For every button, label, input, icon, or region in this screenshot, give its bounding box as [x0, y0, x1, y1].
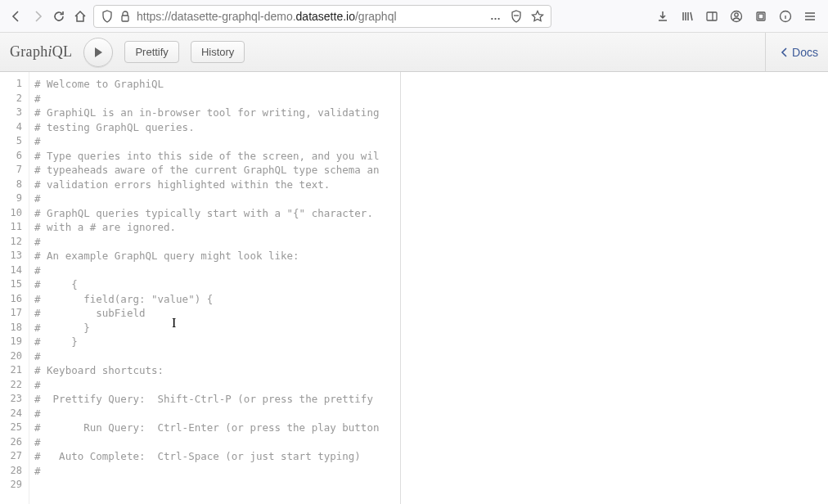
- line-number: 19: [0, 335, 29, 349]
- code-line: # }: [34, 335, 395, 349]
- code-line: # with a # are ignored.: [34, 220, 395, 235]
- prettify-button[interactable]: Prettify: [124, 41, 178, 63]
- code-line: #: [34, 92, 395, 106]
- address-bar[interactable]: https://datasette-graphql-demo.datasette…: [93, 5, 551, 28]
- line-number: 25: [0, 421, 29, 435]
- account-icon[interactable]: [730, 10, 743, 23]
- ellipsis-icon[interactable]: …: [490, 10, 502, 22]
- url-domain: datasette.io: [296, 10, 355, 23]
- logo-suffix: QL: [52, 43, 73, 60]
- browser-toolbar: https://datasette-graphql-demo.datasette…: [0, 0, 828, 33]
- graphiql-logo: GraphiQL: [10, 43, 72, 61]
- code-line: #: [34, 263, 395, 278]
- url-path: /graphql: [355, 10, 397, 23]
- query-editor[interactable]: 1234567891011121314151617181920212223242…: [0, 72, 401, 504]
- line-number: 29: [0, 478, 29, 493]
- menu-icon[interactable]: [803, 10, 817, 23]
- line-number: 4: [0, 120, 29, 135]
- url-text: https://datasette-graphql-demo.datasette…: [137, 10, 485, 23]
- home-icon[interactable]: [74, 10, 87, 23]
- line-number: 10: [0, 206, 29, 221]
- line-number: 17: [0, 306, 29, 321]
- code-line: # validation errors highlighted within t…: [34, 178, 395, 192]
- code-line: #: [34, 435, 395, 450]
- nav-buttons: [10, 10, 87, 23]
- line-number: 27: [0, 449, 29, 464]
- code-line: # Welcome to GraphiQL: [34, 77, 395, 92]
- line-number: 5: [0, 134, 29, 149]
- line-number: 26: [0, 435, 29, 450]
- line-number: 21: [0, 363, 29, 378]
- line-number: 18: [0, 321, 29, 335]
- editor-area: 1234567891011121314151617181920212223242…: [0, 72, 828, 504]
- line-number: 28: [0, 464, 29, 479]
- code-line: # Run Query: Ctrl-Enter (or press the pl…: [34, 421, 395, 435]
- code-line: # testing GraphQL queries.: [34, 120, 395, 135]
- code-line: # field(arg: "value") {: [34, 292, 395, 307]
- line-number: 2: [0, 92, 29, 106]
- line-number: 16: [0, 292, 29, 307]
- code-line: # Keyboard shortcuts:: [34, 363, 395, 378]
- result-pane: [401, 72, 828, 504]
- line-number: 7: [0, 163, 29, 178]
- history-button[interactable]: History: [191, 41, 245, 63]
- code-line: #: [34, 407, 395, 421]
- code-line: # subField: [34, 306, 395, 321]
- line-number: 8: [0, 178, 29, 192]
- code-line: # Auto Complete: Ctrl-Space (or just sta…: [34, 449, 395, 464]
- reload-icon[interactable]: [52, 10, 65, 23]
- svg-point-3: [735, 12, 738, 16]
- line-number: 20: [0, 349, 29, 364]
- sidebar-icon[interactable]: [705, 10, 718, 23]
- url-right-icons: …: [490, 10, 544, 23]
- line-number: 3: [0, 106, 29, 120]
- line-number: 14: [0, 263, 29, 278]
- bookmark-star-icon[interactable]: [531, 10, 544, 23]
- play-icon: [92, 47, 104, 58]
- code-line: #: [34, 235, 395, 250]
- code-line: [34, 478, 395, 493]
- forward-icon: [31, 10, 44, 23]
- code-line: #: [34, 134, 395, 149]
- reader-icon[interactable]: [510, 10, 523, 23]
- code-line: # Type queries into this side of the scr…: [34, 149, 395, 164]
- line-number: 15: [0, 277, 29, 292]
- line-number: 23: [0, 392, 29, 407]
- svg-rect-1: [707, 12, 717, 20]
- docs-label: Docs: [792, 46, 818, 59]
- line-number: 6: [0, 149, 29, 164]
- line-number: 22: [0, 378, 29, 393]
- svg-rect-0: [122, 16, 128, 21]
- code-line: # An example GraphQL query might look li…: [34, 249, 395, 263]
- back-icon[interactable]: [10, 10, 23, 23]
- library-icon[interactable]: [681, 10, 694, 23]
- line-number: 12: [0, 235, 29, 250]
- line-number: 24: [0, 407, 29, 421]
- execute-button[interactable]: [83, 38, 113, 67]
- browser-right-icons: [656, 10, 821, 23]
- code-line: #: [34, 464, 395, 479]
- line-number: 13: [0, 249, 29, 263]
- line-number: 1: [0, 77, 29, 92]
- extension-icon[interactable]: [754, 10, 767, 23]
- svg-rect-5: [758, 14, 763, 19]
- line-number: 11: [0, 220, 29, 235]
- graphiql-toolbar: GraphiQL Prettify History Docs: [0, 33, 828, 72]
- code-content[interactable]: # Welcome to GraphiQL## GraphiQL is an i…: [29, 72, 400, 504]
- code-line: # GraphQL queries typically start with a…: [34, 206, 395, 221]
- shield-icon[interactable]: [101, 10, 114, 23]
- line-gutter: 1234567891011121314151617181920212223242…: [0, 72, 29, 504]
- download-icon[interactable]: [656, 10, 669, 23]
- code-line: #: [34, 378, 395, 393]
- code-line: #: [34, 191, 395, 206]
- docs-toggle[interactable]: Docs: [765, 33, 818, 71]
- chevron-left-icon: [781, 47, 789, 57]
- code-line: # {: [34, 277, 395, 292]
- line-number: 9: [0, 191, 29, 206]
- code-line: # typeaheads aware of the current GraphQ…: [34, 163, 395, 178]
- lock-icon[interactable]: [119, 10, 132, 23]
- info-icon[interactable]: [779, 10, 792, 23]
- code-line: #: [34, 349, 395, 364]
- url-prefix: https://datasette-graphql-demo.: [137, 10, 296, 23]
- logo-prefix: Graph: [10, 43, 47, 60]
